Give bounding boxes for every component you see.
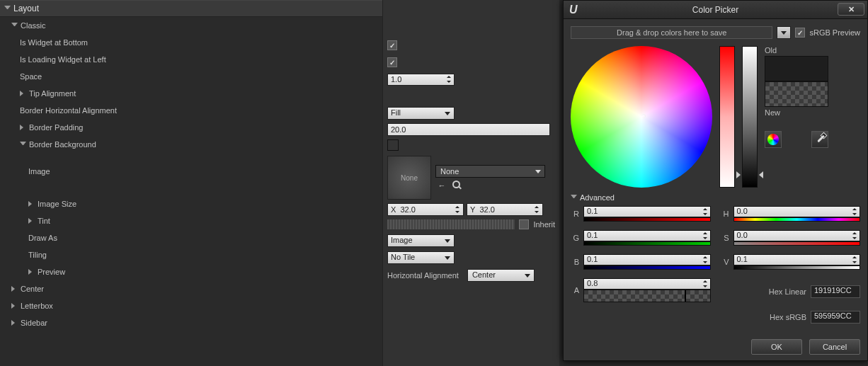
tree-item-classic[interactable]: Classic <box>0 17 382 34</box>
loading-left-checkbox[interactable] <box>387 57 397 67</box>
r-slider[interactable] <box>583 217 711 222</box>
h-slider[interactable] <box>733 217 861 222</box>
tree-item-sidebar[interactable]: Sidebar <box>0 314 382 331</box>
spinner-icon <box>702 208 709 215</box>
tree-item-border-background[interactable]: Border Background <box>0 136 382 153</box>
h-input[interactable]: 0.0 <box>733 206 861 217</box>
section-header-layout[interactable]: Layout <box>0 0 382 17</box>
tree-label: Border Horizontal Alignment <box>20 106 117 115</box>
horiz-align-combo[interactable]: Center <box>467 269 535 282</box>
v-input[interactable]: 0.1 <box>733 254 861 265</box>
border-padding-input[interactable]: 20.0 <box>387 123 550 136</box>
s-input[interactable]: 0.0 <box>733 230 861 241</box>
tree-item-image[interactable]: Image <box>0 163 382 180</box>
image-thumbnail-well[interactable]: None <box>387 156 431 200</box>
g-slider[interactable] <box>583 241 711 246</box>
spinner-icon <box>533 206 540 213</box>
tree-item-space[interactable]: Space <box>0 68 382 85</box>
a-input[interactable]: 0.8 <box>583 278 711 290</box>
advanced-section-header[interactable]: Advanced <box>571 193 860 202</box>
space-input[interactable]: 1.0 <box>387 74 455 86</box>
combo-value: None <box>440 167 459 176</box>
b-value: 0.1 <box>587 255 598 263</box>
spinner-icon <box>702 232 709 239</box>
color-wheel[interactable] <box>571 46 712 188</box>
drag-drop-colors-field[interactable]: Drag & drop colors here to save <box>571 26 772 39</box>
tree-item-tiling[interactable]: Tiling <box>0 246 382 263</box>
chevron-right-icon <box>28 201 35 207</box>
tree-item-widget-bottom[interactable]: Is Widget at Bottom <box>0 34 382 51</box>
border-bg-color-swatch[interactable] <box>387 139 399 151</box>
hex-srgb-input[interactable]: 595959CC <box>811 311 860 324</box>
ok-label: OK <box>771 343 782 351</box>
h-label: H <box>721 210 729 218</box>
v-label: V <box>721 258 729 266</box>
tree-label: Draw As <box>28 234 57 242</box>
image-x-input[interactable]: X 32.0 <box>387 203 464 216</box>
tree-item-image-size[interactable]: Image Size <box>0 195 382 212</box>
chevron-down-icon <box>571 195 577 201</box>
tree-label: Is Loading Widget at Left <box>20 55 106 64</box>
y-value: 32.0 <box>479 205 494 214</box>
combo-value: Fill <box>391 108 401 117</box>
old-color-label: Old <box>765 46 828 55</box>
g-input[interactable]: 0.1 <box>583 230 711 241</box>
dialog-titlebar[interactable]: U Color Picker ✕ <box>564 1 867 19</box>
tree-label: Classic <box>21 21 45 30</box>
color-picker-dialog: U Color Picker ✕ Drag & drop colors here… <box>563 0 868 361</box>
tree-item-tip-alignment[interactable]: Tip Alignment <box>0 85 382 102</box>
tree-item-center[interactable]: Center <box>0 280 382 297</box>
s-label: S <box>721 234 729 242</box>
value-slider[interactable] <box>742 46 758 188</box>
old-color-swatch <box>765 56 828 81</box>
a-value: 0.8 <box>587 279 598 287</box>
s-slider[interactable] <box>733 241 861 246</box>
tree-item-draw-as[interactable]: Draw As <box>0 229 382 246</box>
tree-label: Tiling <box>28 251 47 259</box>
spinner-icon <box>454 206 461 213</box>
combo-value: Image <box>391 236 413 244</box>
tiling-combo[interactable]: No Tile <box>387 251 455 264</box>
ok-button[interactable]: OK <box>751 339 802 355</box>
new-color-label: New <box>765 108 828 117</box>
tree-item-loading-left[interactable]: Is Loading Widget at Left <box>0 51 382 68</box>
cancel-button[interactable]: Cancel <box>809 339 860 355</box>
border-horiz-combo[interactable]: Fill <box>387 107 455 120</box>
inherit-checkbox[interactable] <box>519 219 529 229</box>
unreal-logo-icon: U <box>569 4 578 16</box>
a-label: A <box>571 286 579 294</box>
y-label: Y <box>470 205 475 214</box>
srgb-preview-checkbox[interactable] <box>795 28 805 38</box>
saved-colors-dropdown[interactable] <box>777 26 791 39</box>
tree-item-border-padding[interactable]: Border Padding <box>0 119 382 136</box>
close-button[interactable]: ✕ <box>838 3 864 16</box>
spinner-icon <box>851 256 858 263</box>
tree-label: Tip Alignment <box>29 89 76 98</box>
b-input[interactable]: 0.1 <box>583 254 711 265</box>
a-slider[interactable] <box>583 290 711 302</box>
saturation-slider[interactable] <box>719 46 735 188</box>
image-y-input[interactable]: Y 32.0 <box>467 203 543 216</box>
tree-item-border-horiz[interactable]: Border Horizontal Alignment <box>0 102 382 119</box>
drag-drop-text: Drag & drop colors here to save <box>617 28 726 37</box>
chevron-down-icon <box>11 23 18 29</box>
draw-as-combo[interactable]: Image <box>387 234 455 247</box>
tree-item-letterbox[interactable]: Letterbox <box>0 297 382 314</box>
tree-item-tint[interactable]: Tint <box>0 212 382 229</box>
eyedropper-button[interactable] <box>811 131 828 148</box>
v-slider[interactable] <box>733 265 861 270</box>
color-themes-button[interactable] <box>765 131 782 148</box>
image-asset-combo[interactable]: None <box>435 165 545 178</box>
browse-icon[interactable] <box>452 181 460 190</box>
image-well-text: None <box>401 174 418 182</box>
widget-bottom-checkbox[interactable] <box>387 40 397 50</box>
dialog-title: Color Picker <box>692 5 738 15</box>
tint-slider[interactable] <box>387 219 515 229</box>
r-input[interactable]: 0.1 <box>583 206 711 217</box>
b-slider[interactable] <box>583 265 711 270</box>
use-selected-icon[interactable]: ← <box>437 181 447 190</box>
hex-linear-label: Hex Linear <box>769 287 806 296</box>
tree-item-preview[interactable]: Preview <box>0 263 382 280</box>
hex-linear-input[interactable]: 191919CC <box>811 285 860 298</box>
cancel-label: Cancel <box>823 343 847 351</box>
